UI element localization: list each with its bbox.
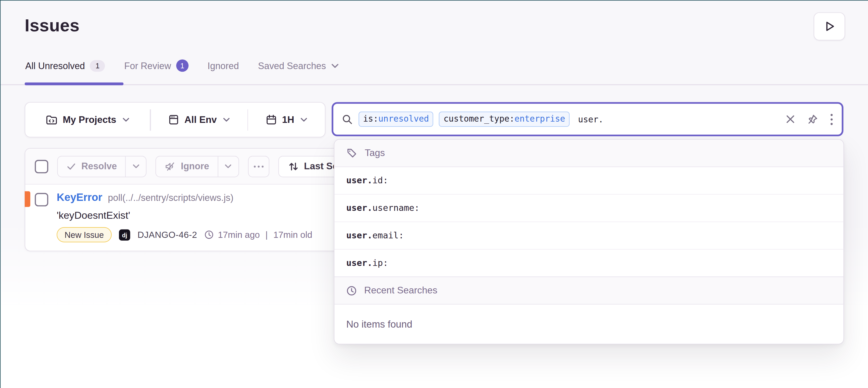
issue-short-id: DJANGO-46-2	[137, 230, 197, 240]
search-icon	[342, 114, 353, 125]
suggestion-rest: id:	[372, 176, 388, 186]
select-all-checkbox[interactable]	[35, 160, 48, 173]
token-value: unresolved	[378, 113, 429, 125]
suggestion-rest: email:	[372, 230, 404, 241]
environment-filter-label: All Env	[184, 114, 217, 125]
ignore-label: Ignore	[181, 161, 209, 171]
issue-checkbox[interactable]	[35, 193, 48, 206]
issue-message: 'keyDoesntExist'	[57, 210, 130, 222]
django-project-icon: dj	[119, 229, 130, 240]
clock-icon	[204, 230, 214, 239]
chevron-down-icon	[331, 63, 339, 68]
tags-section-header: Tags	[334, 140, 843, 167]
sort-arrows-icon	[288, 161, 299, 172]
suggestion-user-id[interactable]: user.id:	[334, 167, 843, 194]
tab-count-badge: 1	[176, 59, 188, 72]
clock-icon	[346, 285, 357, 296]
issue-search-input[interactable]: is:unresolved customer_type:enterprise u…	[332, 102, 843, 136]
tab-ignored[interactable]: Ignored	[208, 60, 239, 71]
search-typed-text[interactable]: user.	[578, 114, 603, 124]
resolve-button[interactable]: Resolve	[58, 156, 125, 176]
chevron-down-icon	[223, 117, 230, 122]
issue-time-divider: |	[264, 230, 269, 240]
resolve-label: Resolve	[81, 161, 117, 171]
ellipsis-icon	[253, 165, 264, 168]
window-edge-left	[0, 0, 1, 388]
mute-icon	[164, 161, 176, 172]
replay-tour-button[interactable]	[814, 12, 845, 40]
suggestion-rest: ip:	[372, 258, 388, 268]
issue-level-indicator	[25, 191, 30, 207]
play-icon	[823, 20, 835, 32]
clear-search-icon[interactable]	[785, 115, 795, 124]
suggestion-user-username[interactable]: user.username:	[334, 194, 843, 222]
issue-meta-line: New Issue dj DJANGO-46-2 17min ago | 17m…	[57, 227, 312, 242]
suggestion-match: user.	[346, 258, 372, 268]
calendar-icon	[265, 114, 277, 126]
environment-icon	[167, 114, 179, 126]
issue-culprit: poll(../../sentry/scripts/views.js)	[108, 192, 234, 203]
environment-filter-dropdown[interactable]: All Env	[151, 103, 247, 137]
time-range-filter-dropdown[interactable]: 1H	[248, 103, 325, 137]
tab-count-badge: 1	[90, 60, 105, 71]
search-token-customer-type[interactable]: customer_type:enterprise	[439, 112, 569, 127]
no-items-found: No items found	[334, 304, 843, 344]
projects-icon	[45, 114, 58, 126]
recent-searches-label: Recent Searches	[364, 285, 437, 296]
tab-all-unresolved[interactable]: All Unresolved 1	[25, 60, 105, 71]
suggestion-rest: username:	[372, 203, 420, 213]
issue-first-seen: 17min old	[273, 230, 312, 240]
ignore-button[interactable]: Ignore	[156, 156, 218, 176]
window-edge-top	[0, 0, 868, 1]
issue-title-link[interactable]: KeyError	[57, 191, 102, 203]
tab-label: For Review	[124, 60, 171, 71]
chevron-down-icon	[122, 117, 130, 122]
search-token-is-unresolved[interactable]: is:unresolved	[359, 112, 433, 127]
suggestion-user-email[interactable]: user.email:	[334, 222, 843, 249]
issue-title-line: KeyError poll(../../sentry/scripts/views…	[57, 191, 234, 203]
search-overflow-menu-icon[interactable]	[830, 113, 833, 125]
suggestion-user-ip[interactable]: user.ip:	[334, 249, 843, 277]
ignore-split-button: Ignore	[156, 156, 239, 177]
new-issue-badge: New Issue	[57, 227, 112, 242]
suggestion-match: user.	[346, 176, 372, 186]
token-value: enterprise	[515, 113, 565, 125]
suggestion-match: user.	[346, 230, 372, 241]
search-actions	[785, 113, 833, 125]
resolve-dropdown-caret[interactable]	[125, 156, 146, 176]
checkmark-icon	[66, 161, 76, 171]
tab-label: All Unresolved	[25, 60, 85, 71]
page-title: Issues	[25, 16, 80, 36]
page-filter-bar: My Projects All Env 1H	[25, 102, 326, 137]
pin-search-icon[interactable]	[807, 114, 818, 125]
time-range-label: 1H	[282, 114, 294, 125]
tag-icon	[346, 148, 358, 159]
tabs-divider	[0, 84, 868, 85]
tab-saved-searches[interactable]: Saved Searches	[258, 60, 339, 71]
search-autocomplete-dropdown: Tags user.id: user.username: user.email:…	[334, 139, 844, 345]
tab-label: Ignored	[208, 60, 239, 71]
project-filter-label: My Projects	[63, 114, 116, 125]
ignore-dropdown-caret[interactable]	[218, 156, 238, 176]
issues-page: Issues All Unresolved 1 For Review 1 Ign…	[0, 0, 868, 388]
token-key: customer_type:	[443, 113, 515, 125]
chevron-down-icon	[301, 117, 308, 122]
issue-last-seen: 17min ago	[218, 230, 260, 240]
tab-label: Saved Searches	[258, 60, 326, 71]
tags-section-label: Tags	[365, 148, 385, 159]
tab-for-review[interactable]: For Review 1	[124, 59, 188, 72]
suggestion-match: user.	[346, 203, 372, 213]
active-tab-underline	[25, 82, 123, 85]
project-filter-dropdown[interactable]: My Projects	[25, 103, 150, 137]
resolve-split-button: Resolve	[57, 156, 147, 177]
more-actions-button[interactable]	[248, 156, 269, 177]
recent-searches-section-header: Recent Searches	[334, 277, 843, 304]
issue-times: 17min ago | 17min old	[204, 230, 312, 240]
token-key: is:	[363, 113, 378, 125]
issue-tabs: All Unresolved 1 For Review 1 Ignored Sa…	[25, 59, 339, 72]
